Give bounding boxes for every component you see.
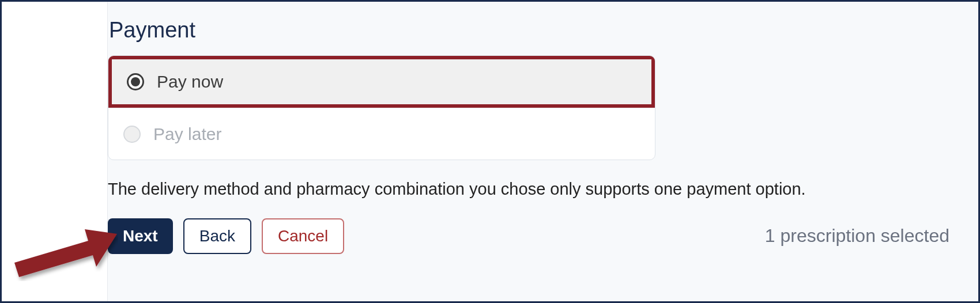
app-frame: Payment Pay now Pay later The delivery m… <box>0 0 980 303</box>
radio-label: Pay later <box>153 124 221 144</box>
section-title: Payment <box>109 18 955 43</box>
radio-option-pay-later: Pay later <box>108 108 655 160</box>
button-group: Next Back Cancel <box>108 218 344 254</box>
cancel-button[interactable]: Cancel <box>262 218 344 254</box>
left-gutter <box>2 2 107 301</box>
radio-disabled-icon <box>123 126 141 143</box>
radio-option-pay-now[interactable]: Pay now <box>108 56 655 108</box>
selection-status: 1 prescription selected <box>765 225 955 247</box>
payment-info-text: The delivery method and pharmacy combina… <box>108 177 955 201</box>
bottom-row: Next Back Cancel 1 prescription selected <box>108 218 955 254</box>
radio-label: Pay now <box>157 72 223 92</box>
payment-radio-group: Pay now Pay later <box>108 55 655 160</box>
content-area: Payment Pay now Pay later The delivery m… <box>107 2 978 301</box>
back-button[interactable]: Back <box>183 218 251 254</box>
radio-selected-icon <box>127 73 144 90</box>
next-button[interactable]: Next <box>108 218 173 254</box>
